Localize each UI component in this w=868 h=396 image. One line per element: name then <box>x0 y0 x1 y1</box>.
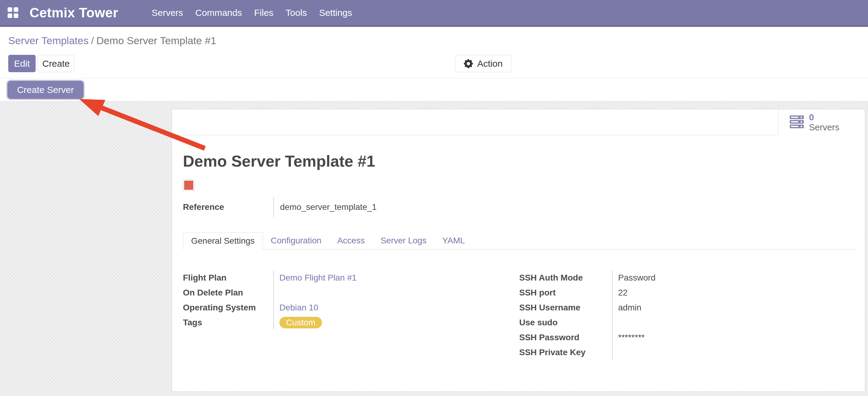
field-value-operating-system[interactable]: Debian 10 <box>279 303 318 313</box>
tab-server-logs[interactable]: Server Logs <box>373 232 434 249</box>
reference-field-row: Reference demo_server_template_1 <box>183 197 377 217</box>
field-value-ssh-password: ******** <box>618 333 645 342</box>
action-button[interactable]: Action <box>455 55 511 72</box>
field-group-left: Flight Plan On Delete Plan Operating Sys… <box>183 270 507 330</box>
color-picker[interactable] <box>183 179 194 191</box>
server-stack-icon <box>789 115 804 130</box>
menu-settings[interactable]: Settings <box>319 8 352 18</box>
notebook-tabs: General Settings Configuration Access Se… <box>183 232 856 250</box>
breadcrumb-current: Demo Server Template #1 <box>96 35 216 46</box>
menu-commands[interactable]: Commands <box>195 8 242 18</box>
create-server-button[interactable]: Create Server <box>8 81 83 99</box>
field-label-ssh-username: SSH Username <box>519 303 580 313</box>
form-sheet: 0 Servers Demo Server Template #1 Refere… <box>172 109 865 392</box>
field-value-flight-plan[interactable]: Demo Flight Plan #1 <box>279 273 357 283</box>
servers-count: 0 <box>809 112 839 122</box>
edit-button[interactable]: Edit <box>8 55 36 72</box>
field-group-right: SSH Auth Mode SSH port SSH Username Use … <box>519 270 856 360</box>
gear-icon <box>464 59 473 68</box>
servers-label: Servers <box>809 122 839 132</box>
breadcrumb-parent-link[interactable]: Server Templates <box>8 35 89 46</box>
tab-general-settings[interactable]: General Settings <box>183 232 263 250</box>
record-title: Demo Server Template #1 <box>183 152 375 170</box>
servers-stat-button[interactable]: 0 Servers <box>778 109 865 135</box>
app-name[interactable]: Cetmix Tower <box>30 5 118 21</box>
servers-stat-text: 0 Servers <box>809 112 839 132</box>
tab-yaml[interactable]: YAML <box>434 232 473 249</box>
button-box-row: 0 Servers <box>172 109 865 135</box>
field-label-on-delete-plan: On Delete Plan <box>183 288 243 298</box>
field-value-ssh-username: admin <box>618 303 641 313</box>
tab-configuration[interactable]: Configuration <box>263 232 330 249</box>
statusbar: Create Server <box>0 78 868 102</box>
field-value-ssh-auth-mode: Password <box>618 273 656 283</box>
main-menu: Servers Commands Files Tools Settings <box>152 8 352 18</box>
color-picker-swatch <box>184 181 193 190</box>
field-value-ssh-port: 22 <box>618 288 627 298</box>
menu-tools[interactable]: Tools <box>285 8 307 18</box>
apps-grid-icon[interactable] <box>8 7 19 18</box>
field-label-ssh-private-key: SSH Private Key <box>519 347 586 357</box>
field-label-ssh-port: SSH port <box>519 288 556 298</box>
control-panel: Server Templates/Demo Server Template #1… <box>0 27 868 78</box>
field-label-tags: Tags <box>183 318 202 328</box>
reference-label: Reference <box>183 197 273 217</box>
top-navbar: Cetmix Tower Servers Commands Files Tool… <box>0 0 868 27</box>
tag-badge-custom: Custom <box>279 317 322 329</box>
breadcrumb-separator: / <box>89 35 96 46</box>
tab-access[interactable]: Access <box>329 232 373 249</box>
field-label-ssh-auth-mode: SSH Auth Mode <box>519 273 583 283</box>
create-button[interactable]: Create <box>38 55 74 72</box>
field-label-use-sudo: Use sudo <box>519 318 558 328</box>
reference-value: demo_server_template_1 <box>273 197 377 217</box>
field-label-operating-system: Operating System <box>183 303 256 313</box>
menu-servers[interactable]: Servers <box>152 8 183 18</box>
content-background: 0 Servers Demo Server Template #1 Refere… <box>0 102 868 396</box>
field-label-flight-plan: Flight Plan <box>183 273 226 283</box>
menu-files[interactable]: Files <box>254 8 273 18</box>
field-label-ssh-password: SSH Password <box>519 333 580 342</box>
breadcrumb: Server Templates/Demo Server Template #1 <box>8 35 216 47</box>
action-button-label: Action <box>477 58 502 69</box>
